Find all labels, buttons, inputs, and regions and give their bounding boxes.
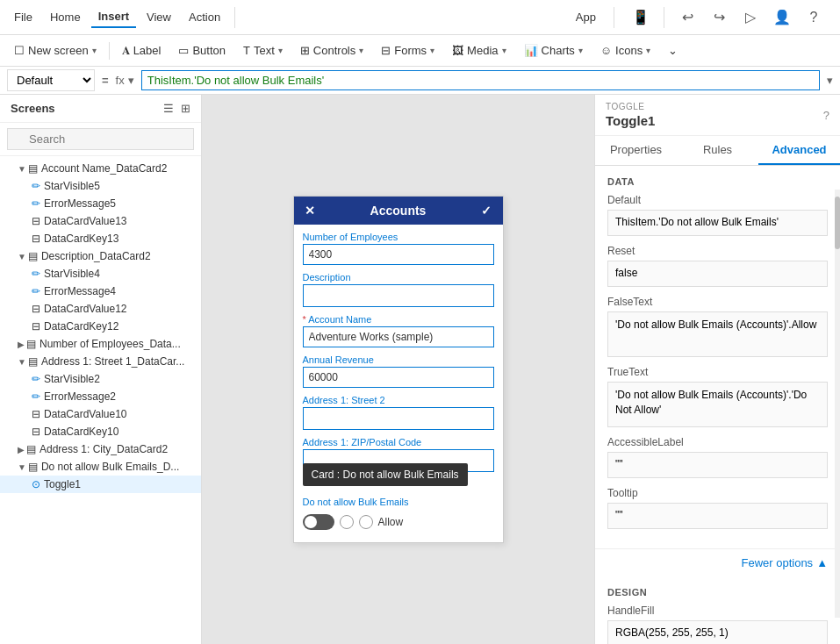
tree-item-starvisible4[interactable]: ✏ StarVisible4 — [0, 265, 201, 283]
design-section-title: DESIGN — [607, 587, 828, 597]
tree-item-label: ErrorMessage2 — [44, 390, 116, 403]
datacard-group-icon: ▤ — [28, 250, 38, 262]
tree-item-starvisible2[interactable]: ✏ StarVisible2 — [0, 370, 201, 388]
toggle-option-1[interactable] — [340, 515, 354, 529]
formula-expand-icon[interactable]: ▾ — [827, 74, 833, 87]
field-label-account-name: Account Name — [303, 314, 494, 325]
datacard-key-icon: ⊟ — [32, 233, 40, 245]
tree-item-datacardkey10[interactable]: ⊟ DataCardKey10 — [0, 423, 201, 440]
menu-insert[interactable]: Insert — [91, 6, 136, 28]
media-label: Media — [467, 44, 498, 57]
forms-label: Forms — [394, 44, 427, 57]
sidebar-grid-view-icon[interactable]: ⊞ — [181, 102, 190, 115]
button-tool-button[interactable]: ▭ Button — [171, 40, 233, 61]
new-screen-button[interactable]: ☐ New screen ▾ — [7, 40, 104, 61]
field-input-num-employees[interactable] — [303, 244, 494, 265]
tree-item-errormessage2[interactable]: ✏ ErrorMessage2 — [0, 388, 201, 405]
search-input[interactable] — [7, 128, 194, 150]
field-value-handlefill[interactable]: RGBA(255, 255, 255, 1) — [607, 620, 828, 644]
help-icon[interactable]: ? — [801, 5, 826, 30]
property-dropdown[interactable]: Default — [7, 69, 95, 91]
user-icon[interactable]: 👤 — [770, 5, 794, 30]
datacard-group-icon: ▤ — [26, 443, 36, 455]
scrollbar-thumb[interactable] — [835, 197, 840, 249]
tree-item-city-datacard[interactable]: ▶ ▤ Address 1: City_DataCard2 — [0, 440, 201, 458]
tree-item-starvisible5[interactable]: ✏ StarVisible5 — [0, 177, 201, 195]
charts-button[interactable]: 📊 Charts ▾ — [517, 40, 590, 61]
tree-item-description-datacard[interactable]: ▼ ▤ Description_DataCard2 — [0, 247, 201, 265]
label-button[interactable]: 𝐀 Label — [115, 40, 169, 61]
field-input-description[interactable] — [303, 284, 494, 307]
tree-item-errormessage4[interactable]: ✏ ErrorMessage4 — [0, 283, 201, 300]
menu-action[interactable]: Action — [182, 7, 227, 27]
more-button[interactable]: ⌄ — [661, 40, 685, 61]
tree-chevron-icon: ▼ — [18, 252, 26, 261]
star-icon: ✏ — [32, 180, 40, 192]
menu-file[interactable]: File — [7, 7, 39, 27]
tree-item-toggle1[interactable]: ⊙ Toggle1 — [0, 476, 201, 493]
forms-button[interactable]: ⊟ Forms ▾ — [374, 40, 442, 61]
tab-properties[interactable]: Properties — [595, 136, 677, 165]
tree-item-bulk-emails-datacard[interactable]: ▼ ▤ Do not allow Bulk Emails_D... — [0, 458, 201, 476]
tree-item-datacardkey13[interactable]: ⊟ DataCardKey13 — [0, 230, 201, 247]
menu-app-label: App — [565, 7, 607, 27]
field-value-accessiblelabel[interactable]: "" — [607, 452, 828, 478]
tab-advanced[interactable]: Advanced — [758, 136, 840, 165]
error-icon: ✏ — [32, 197, 40, 210]
field-value-default[interactable]: ThisItem.'Do not allow Bulk Emails' — [607, 210, 828, 236]
tree-item-datacardvalue12[interactable]: ⊟ DataCardValue12 — [0, 300, 201, 318]
tree-chevron-icon: ▼ — [18, 357, 26, 367]
error-icon: ✏ — [32, 285, 40, 297]
text-chevron: ▾ — [278, 46, 283, 55]
new-screen-label: New screen — [28, 44, 89, 57]
media-button[interactable]: 🖼 Media ▾ — [445, 40, 513, 61]
phone-icon[interactable]: 📱 — [628, 5, 653, 30]
field-value-reset[interactable]: false — [607, 261, 828, 287]
field-value-tooltip[interactable]: "" — [607, 503, 828, 529]
sidebar-list-view-icon[interactable]: ☰ — [163, 102, 174, 115]
datacard-value-icon: ⊟ — [32, 215, 40, 227]
toggle-controls-row: Allow — [303, 509, 494, 535]
datacard-group-icon: ▤ — [26, 338, 36, 350]
form-check-button[interactable]: ✓ — [481, 204, 492, 218]
tree-item-label: StarVisible2 — [44, 373, 100, 385]
tree-item-employees-datacard[interactable]: ▶ ▤ Number of Employees_Data... — [0, 335, 201, 353]
tree-item-datacardkey12[interactable]: ⊟ DataCardKey12 — [0, 318, 201, 335]
text-icon: T — [243, 44, 250, 57]
tab-rules[interactable]: Rules — [677, 136, 758, 165]
fx-label: fx ▾ — [116, 74, 134, 87]
field-input-account-name[interactable] — [303, 326, 494, 347]
menu-home[interactable]: Home — [43, 7, 88, 27]
toggle-field-label: Do not allow Bulk Emails — [303, 497, 409, 507]
tree-item-datacardvalue13[interactable]: ⊟ DataCardValue13 — [0, 212, 201, 230]
toggle-option-2[interactable] — [359, 515, 373, 529]
field-label-zip: Address 1: ZIP/Postal Code — [303, 437, 494, 447]
tree-item-errormessage5[interactable]: ✏ ErrorMessage5 — [0, 195, 201, 212]
play-icon[interactable]: ▷ — [738, 5, 763, 30]
toggle-switch[interactable] — [303, 514, 334, 530]
text-button[interactable]: T Text ▾ — [236, 40, 290, 61]
tree-item-datacardvalue10[interactable]: ⊟ DataCardValue10 — [0, 405, 201, 423]
field-value-falsetext[interactable]: 'Do not allow Bulk Emails (Accounts)'.Al… — [607, 311, 828, 357]
field-value-truetext[interactable]: 'Do not allow Bulk Emails (Accounts)'.'D… — [607, 382, 828, 427]
form-close-button[interactable]: ✕ — [305, 204, 315, 218]
datacard-key-icon: ⊟ — [32, 320, 40, 333]
controls-button[interactable]: ⊞ Controls ▾ — [293, 40, 370, 61]
tree-item-street1-datacard[interactable]: ▼ ▤ Address 1: Street 1_DataCar... — [0, 353, 201, 370]
field-label-num-employees: Number of Employees — [303, 232, 494, 242]
field-label-handlefill: HandleFill — [607, 605, 828, 617]
field-input-street2[interactable] — [303, 407, 494, 430]
redo-icon[interactable]: ↪ — [707, 5, 731, 30]
button-tool-icon: ▭ — [178, 44, 189, 57]
undo-icon[interactable]: ↩ — [675, 5, 700, 30]
field-input-annual-revenue[interactable] — [303, 367, 494, 388]
tree-item-label: DataCardValue12 — [44, 303, 127, 315]
field-label-street2: Address 1: Street 2 — [303, 395, 494, 405]
tree-item-account-name-datacard[interactable]: ▼ ▤ Account Name_DataCard2 — [0, 160, 201, 177]
menu-view[interactable]: View — [140, 7, 178, 27]
panel-help-button[interactable]: ? — [823, 109, 829, 122]
formula-input[interactable] — [141, 70, 820, 90]
formula-bar: Default = fx ▾ ▾ — [0, 67, 840, 95]
fewer-options-button[interactable]: Fewer options ▲ — [595, 549, 840, 576]
icons-button[interactable]: ☺ Icons ▾ — [593, 40, 657, 61]
